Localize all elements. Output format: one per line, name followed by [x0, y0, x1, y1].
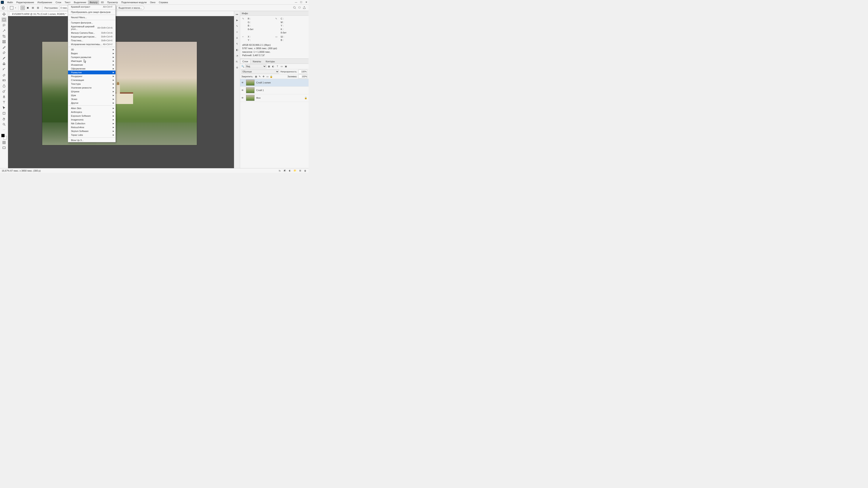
menu-filter[interactable]: Фильтр [88, 0, 99, 4]
filter-menu-item[interactable]: Imagenomic▶ [68, 118, 116, 122]
tab-paths[interactable]: Контуры [264, 59, 277, 64]
filter-menu-item[interactable]: Skylum Software▶ [68, 129, 116, 133]
dock-char-icon[interactable]: A [235, 36, 239, 40]
screen-mode-icon[interactable] [1, 146, 6, 151]
status-newlayer-icon[interactable]: ⊞ [299, 169, 302, 172]
window-maximize-icon[interactable]: ☐ [300, 1, 303, 4]
filter-menu-item[interactable]: Преобразовать для смарт-фильтров [68, 10, 116, 14]
zoom-tool-icon[interactable] [1, 122, 6, 127]
filter-menu-item[interactable]: Адаптивный широкий угол...Alt+Shift+Ctrl… [68, 25, 116, 31]
marquee-tool-icon[interactable] [9, 6, 14, 10]
dock-clock-icon[interactable]: ◔ [235, 54, 239, 58]
blend-mode-select[interactable]: Обычные [241, 70, 279, 73]
frame-tool-icon[interactable] [1, 39, 6, 44]
heal-tool-icon[interactable] [1, 51, 6, 55]
filter-menu-item[interactable]: Размытие▶ [68, 70, 116, 74]
layer-visibility-icon[interactable]: 👁 [241, 82, 244, 84]
lock-all-icon[interactable]: ▦ [254, 75, 257, 78]
layer-thumbnail[interactable] [246, 79, 254, 86]
filter-menu-item[interactable]: Retouch4me▶ [68, 125, 116, 129]
menu-3d[interactable]: 3D [99, 0, 105, 4]
dodge-tool-icon[interactable] [1, 89, 6, 94]
layer-kind-select[interactable]: Вид [245, 64, 267, 68]
layer-name[interactable]: Фон [256, 97, 261, 99]
stamp-tool-icon[interactable] [1, 61, 6, 66]
blur-tool-icon[interactable] [1, 84, 6, 88]
dock-lib-icon[interactable]: ◧ [235, 48, 239, 52]
document-tab[interactable]: EVG08879.ARW @ 16,7% (Слой 1 копия, RGB/… [9, 12, 72, 16]
home-icon[interactable] [1, 6, 5, 10]
layer-visibility-icon[interactable]: 👁 [241, 89, 244, 92]
hand-tool-icon[interactable] [1, 117, 6, 121]
marquee-tool-icon[interactable] [1, 18, 6, 22]
filter-menu-item[interactable]: Штрихи▶ [68, 90, 116, 93]
status-trash-icon[interactable]: 🗑 [304, 169, 307, 172]
menu-file[interactable]: Файл [5, 0, 14, 4]
layer-thumbnail[interactable] [246, 87, 254, 93]
dock-para-icon[interactable]: ¶ [235, 42, 239, 46]
selection-new-icon[interactable]: ▢ [21, 6, 25, 10]
gradient-tool-icon[interactable] [1, 78, 6, 83]
shape-tool-icon[interactable] [1, 111, 6, 116]
filter-menu-item[interactable]: Фильтр Camera Raw...Shift+Ctrl+A [68, 31, 116, 35]
selection-subtract-icon[interactable]: ▤ [31, 6, 35, 10]
tab-channels[interactable]: Каналы [250, 59, 264, 64]
status-folder-icon[interactable]: 📁 [293, 169, 297, 172]
menu-view[interactable]: Просмотр [105, 0, 120, 4]
lock-pixels-icon[interactable]: ✎ [258, 75, 261, 78]
filter-menu-item[interactable]: Anthropics▶ [68, 110, 116, 114]
filter-text-icon[interactable]: T [276, 65, 279, 68]
history-brush-tool-icon[interactable] [1, 67, 6, 72]
filter-menu-item[interactable]: Alien Skin▶ [68, 106, 116, 110]
status-fx-icon[interactable]: fx [278, 169, 281, 172]
filter-menu-item[interactable]: Neural Filters... [68, 15, 116, 19]
path-select-tool-icon[interactable] [1, 105, 6, 110]
select-and-mask-button[interactable]: Выделение и маска... [116, 6, 144, 10]
share-icon[interactable] [303, 6, 306, 10]
dock-actions-icon[interactable]: ▶ [235, 18, 239, 22]
move-tool-icon[interactable] [1, 12, 6, 17]
selection-add-icon[interactable]: ▣ [26, 6, 30, 10]
lasso-tool-icon[interactable] [1, 23, 6, 28]
layer-row[interactable]: 👁 Слой 1 [240, 87, 309, 94]
filter-menu-item[interactable]: Другое▶ [68, 101, 116, 105]
window-minimize-icon[interactable]: — [294, 1, 298, 4]
layer-name[interactable]: Слой 1 [256, 89, 264, 92]
filter-menu-item[interactable]: Искажение▶ [68, 63, 116, 67]
menu-text[interactable]: Текст [63, 0, 72, 4]
lock-position-icon[interactable]: ✥ [262, 75, 265, 78]
tab-layers[interactable]: Слои [240, 59, 250, 64]
filter-icon[interactable]: 🔍 [241, 65, 244, 68]
status-adjust-icon[interactable]: ◐ [288, 169, 291, 172]
wand-tool-icon[interactable] [1, 28, 6, 33]
filter-menu-item[interactable]: Blow Up 3... [68, 138, 116, 142]
filter-menu-item[interactable]: Имитация▶ [68, 59, 116, 63]
filter-menu-item[interactable]: 3D▶ [68, 48, 116, 52]
search-icon[interactable] [293, 6, 296, 10]
layer-thumbnail[interactable] [246, 95, 254, 101]
lock-icon[interactable]: 🔒 [270, 75, 273, 78]
opacity-input[interactable] [299, 70, 307, 73]
dock-sliders-icon[interactable]: ⚙ [235, 66, 239, 69]
menu-layers[interactable]: Слои [54, 0, 63, 4]
selection-intersect-icon[interactable]: ▥ [36, 6, 40, 10]
filter-menu-item[interactable]: Видео▶ [68, 52, 116, 55]
filter-menu-item[interactable]: Шум▶ [68, 93, 116, 97]
filter-menu-item[interactable]: Текстура▶ [68, 82, 116, 86]
filter-menu-item[interactable]: Рендеринг▶ [68, 74, 116, 78]
info-panel-header[interactable]: Инфо [240, 11, 309, 16]
layer-row[interactable]: 👁 Фон 🔒 [240, 94, 309, 102]
menu-window[interactable]: Окно [148, 0, 157, 4]
filter-menu-item[interactable]: Topaz Labs▶ [68, 133, 116, 137]
canvas[interactable] [8, 16, 234, 168]
filter-menu-item[interactable]: Пластика...Shift+Ctrl+X [68, 38, 116, 42]
eraser-tool-icon[interactable] [1, 72, 6, 77]
window-close-icon[interactable]: ✕ [305, 1, 308, 4]
filter-menu-item[interactable]: Усиление резкости▶ [68, 86, 116, 90]
eyedropper-tool-icon[interactable] [1, 45, 6, 50]
layer-name[interactable]: Слой 1 копия [256, 82, 271, 84]
menu-select[interactable]: Выделение [72, 0, 88, 4]
filter-menu-item[interactable]: Исправление перспективы...Alt+Ctrl+V [68, 42, 116, 46]
lock-artboard-icon[interactable]: ▭ [266, 75, 269, 78]
dock-adjust-icon[interactable]: ≡ [235, 30, 239, 34]
